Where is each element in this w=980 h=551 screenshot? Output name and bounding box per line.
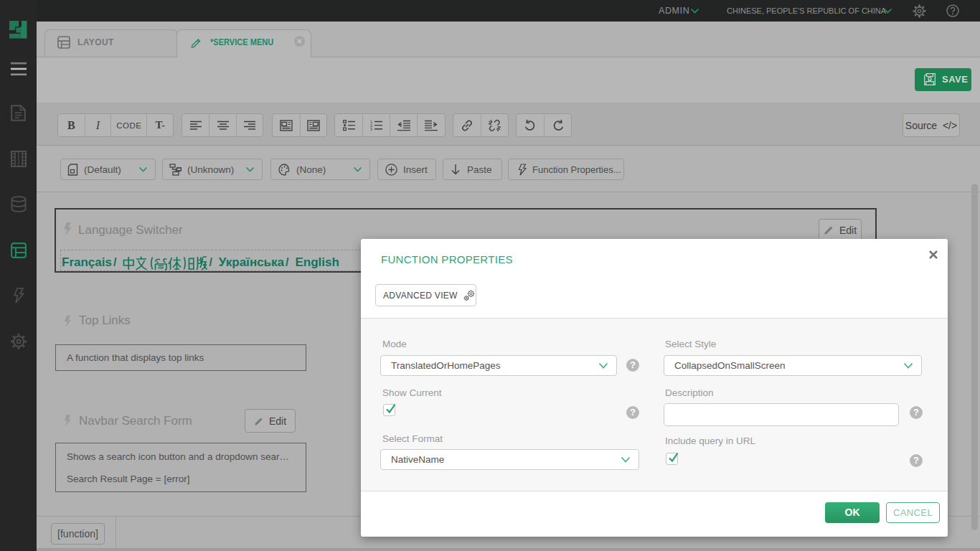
svg-text:3: 3 [370, 127, 372, 131]
